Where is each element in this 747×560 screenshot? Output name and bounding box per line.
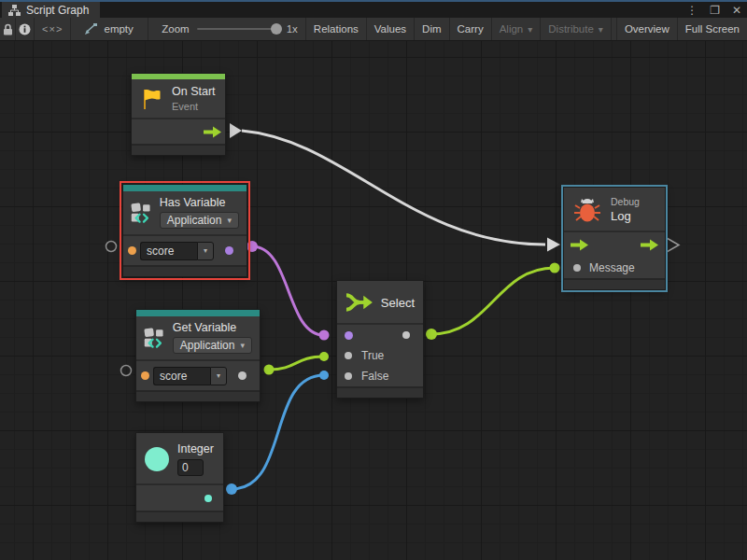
selection-output-port[interactable] (402, 331, 410, 339)
selection-indicator-label: empty (104, 23, 133, 35)
info-button[interactable] (16, 18, 35, 40)
node-footer (564, 278, 665, 289)
integer-value-input[interactable] (177, 459, 204, 476)
node-footer (132, 144, 225, 155)
node-footer (123, 265, 247, 276)
maximize-icon[interactable]: ❐ (710, 5, 720, 16)
node-title: Get Variable (173, 321, 252, 334)
variables-header-bar (123, 185, 247, 191)
variable-name-port[interactable] (141, 371, 149, 380)
relations-button[interactable]: Relations (306, 18, 367, 40)
false-input-port[interactable] (345, 372, 352, 380)
carry-button[interactable]: Carry (450, 18, 492, 40)
distribute-dropdown[interactable]: Distribute (541, 18, 612, 40)
flag-icon (140, 87, 164, 111)
lock-button[interactable] (0, 18, 16, 40)
selection-indicator: empty (71, 18, 148, 40)
node-title: Integer (177, 442, 214, 455)
zoom-control: Zoom 1x (148, 18, 306, 40)
tab-bar: Script Graph ⋮ ❐ ✕ (0, 2, 747, 18)
window-focus-border (0, 0, 747, 2)
zoom-slider[interactable] (197, 28, 279, 30)
zoom-label: Zoom (162, 23, 189, 35)
fullscreen-button[interactable]: Full Screen (678, 18, 747, 40)
align-dropdown[interactable]: Align (492, 18, 542, 40)
true-port-label: True (361, 349, 384, 362)
message-input-port[interactable] (573, 264, 581, 272)
lock-icon (3, 23, 13, 35)
flow-output-port[interactable] (641, 239, 658, 251)
node-subtitle: Event (172, 101, 216, 112)
node-select[interactable]: Select True False (336, 280, 424, 399)
zoom-slider-knob[interactable] (271, 23, 282, 35)
variable-name-field (153, 367, 227, 385)
variable-scope-dropdown[interactable]: Application (173, 337, 252, 354)
tab-label: Script Graph (26, 4, 89, 17)
select-icon (345, 292, 374, 313)
flow-input-port[interactable] (571, 239, 588, 251)
node-get-variable[interactable]: Get Variable Application (135, 309, 261, 402)
node-title: On Start (172, 85, 216, 98)
window-menu-icon[interactable]: ⋮ (686, 5, 698, 16)
node-debug-log[interactable]: Debug Log Message (563, 187, 666, 290)
true-input-port[interactable] (345, 352, 352, 359)
connection-cursor-icon (84, 23, 97, 35)
bug-icon (573, 197, 601, 223)
node-title: Debug (611, 196, 640, 207)
variables-header-bar (136, 310, 260, 316)
values-button[interactable]: Values (367, 18, 415, 40)
variable-name-input[interactable] (153, 367, 210, 385)
overview-button[interactable]: Overview (616, 18, 678, 40)
result-output-port[interactable] (225, 246, 233, 255)
graph-icon (8, 5, 21, 16)
node-footer (337, 386, 423, 398)
zoom-value: 1x (287, 23, 298, 35)
variable-name-input[interactable] (140, 242, 197, 260)
variable-name-field (140, 242, 214, 260)
node-subtitle: Log (611, 209, 640, 223)
value-output-port[interactable] (238, 371, 247, 380)
node-on-start[interactable]: On Start Event (131, 73, 226, 156)
variable-picker-dropdown[interactable] (210, 367, 227, 385)
variable-scope-dropdown[interactable]: Application (160, 212, 239, 229)
variable-picker-dropdown[interactable] (197, 242, 214, 260)
info-icon (19, 23, 31, 35)
node-footer (136, 511, 223, 522)
node-title: Has Variable (160, 196, 239, 209)
node-title: Select (381, 296, 415, 310)
message-port-label: Message (589, 261, 635, 274)
code-view-button[interactable]: <×> (35, 18, 72, 40)
tab-script-graph[interactable]: Script Graph (2, 2, 100, 18)
close-icon[interactable]: ✕ (732, 5, 741, 16)
node-footer (136, 390, 260, 401)
node-integer[interactable]: Integer (135, 432, 224, 523)
variable-name-port[interactable] (128, 246, 136, 255)
graph-toolbar: <×> empty Zoom 1x Relations Values Dim C… (0, 18, 747, 41)
node-has-variable[interactable]: Has Variable Application (122, 184, 247, 277)
false-port-label: False (361, 370, 388, 383)
dim-button[interactable]: Dim (415, 18, 449, 40)
condition-input-port[interactable] (345, 331, 353, 340)
integer-output-port[interactable] (204, 495, 212, 502)
flow-output-port[interactable] (204, 126, 221, 138)
variables-icon (130, 200, 152, 225)
variables-icon (143, 325, 165, 350)
integer-literal-icon (145, 447, 169, 471)
